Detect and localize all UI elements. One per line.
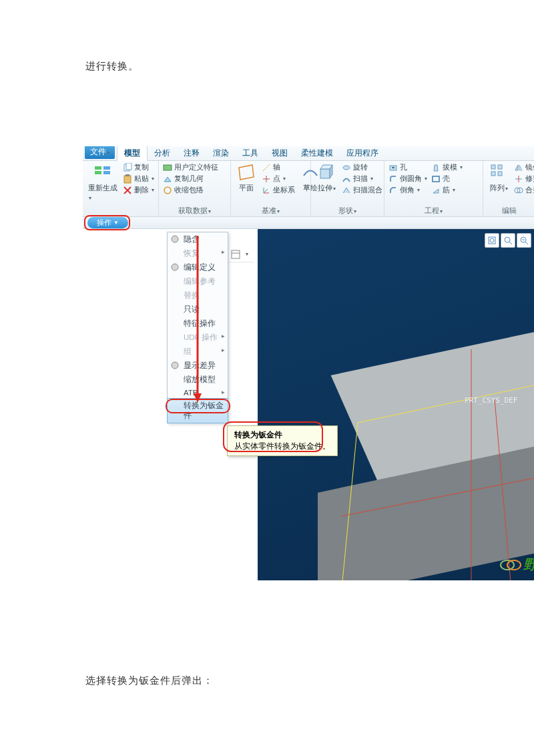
csys-icon: [262, 186, 271, 195]
csys-button[interactable]: 坐标系: [262, 185, 295, 195]
svg-point-25: [392, 166, 394, 168]
axis-button[interactable]: 轴: [262, 162, 295, 172]
paste-icon: [123, 174, 132, 184]
sweep-label: 扫描: [353, 174, 368, 184]
extrude-button[interactable]: 拉伸▾: [315, 162, 338, 205]
trim-button[interactable]: 修剪: [514, 174, 534, 184]
svg-marker-11: [164, 177, 171, 182]
zoomout-button[interactable]: [517, 233, 531, 248]
pattern-icon: [489, 162, 509, 182]
extrude-label: 拉伸: [318, 184, 332, 192]
copy-icon: [123, 163, 132, 172]
udf-button[interactable]: 用户定义特征: [163, 162, 218, 172]
viewport-toolbar: [485, 233, 531, 248]
ribbon: 重新生成▾ 复制 粘贴▾ 删除▾ 用户定义特征 复制几何 收缩包络: [83, 161, 534, 217]
op-label: 操作: [97, 218, 111, 228]
plane-button[interactable]: 平面: [235, 162, 258, 205]
point-button[interactable]: 点▾: [262, 174, 295, 184]
tree-show-icon[interactable]: [230, 249, 241, 260]
svg-rect-6: [124, 176, 131, 183]
getdata-title: 获取数据▾: [163, 205, 226, 216]
plane-label: 平面: [239, 183, 254, 193]
svg-marker-28: [433, 189, 439, 193]
regen-label: 重新生成: [88, 184, 117, 192]
delete-icon: [123, 186, 132, 195]
extrude-icon: [316, 162, 336, 182]
blend-icon: [342, 186, 351, 195]
shell-button[interactable]: 壳: [431, 174, 463, 184]
svg-rect-20: [320, 169, 330, 178]
round-button[interactable]: 倒圆角▾: [388, 174, 427, 184]
zoomin-icon: [503, 236, 513, 245]
svg-line-14: [263, 164, 270, 171]
refit-button[interactable]: [485, 233, 499, 248]
svg-marker-59: [194, 393, 202, 403]
mirror-label: 镜像: [525, 162, 534, 172]
sweep-button[interactable]: 扫描▾: [342, 174, 382, 184]
operation-button[interactable]: 操作 ▼: [87, 217, 128, 228]
hole-button[interactable]: 孔: [388, 162, 427, 172]
chamfer-icon: [388, 186, 398, 195]
merge-button[interactable]: 合并: [514, 185, 534, 195]
draft-button[interactable]: 拔模▾: [431, 162, 463, 172]
viewport-3d[interactable]: PRT_CSYS_DEF 野: [258, 229, 534, 580]
axis-icon: [262, 163, 271, 172]
shrink-button[interactable]: 收缩包络: [163, 185, 218, 195]
svg-rect-5: [126, 163, 131, 170]
svg-rect-7: [125, 174, 129, 176]
pattern-label: 阵列: [490, 184, 505, 192]
svg-point-55: [172, 236, 178, 242]
udf-icon: [163, 163, 172, 172]
mirror-icon: [514, 163, 523, 172]
delete-label: 删除: [134, 185, 149, 195]
copygeom-button[interactable]: 复制几何: [163, 174, 218, 184]
svg-line-19: [264, 189, 268, 193]
rib-label: 筋: [443, 185, 450, 195]
plane-icon: [236, 162, 256, 182]
copy-label: 复制: [134, 162, 149, 172]
hole-icon: [388, 163, 398, 172]
tab-model[interactable]: 模型: [117, 146, 148, 161]
tab-annotate[interactable]: 注释: [177, 146, 206, 160]
tab-tools[interactable]: 工具: [236, 146, 265, 160]
svg-marker-26: [434, 165, 438, 171]
regen-button[interactable]: 重新生成▾: [87, 162, 119, 215]
shape-title: 形状▾: [315, 205, 380, 216]
svg-rect-10: [164, 165, 172, 170]
hole-label: 孔: [400, 162, 407, 172]
svg-rect-0: [95, 166, 101, 170]
copy-button[interactable]: 复制: [123, 162, 154, 172]
chamfer-button[interactable]: 倒角▾: [388, 185, 427, 195]
revolve-icon: [342, 163, 351, 172]
paste-button[interactable]: 粘贴▾: [123, 174, 154, 184]
tab-apps[interactable]: 应用程序: [340, 146, 385, 160]
sweep-icon: [342, 174, 351, 184]
tab-view[interactable]: 视图: [265, 146, 294, 160]
tab-render[interactable]: 渲染: [206, 146, 236, 160]
blend-button[interactable]: 扫描混合: [342, 185, 382, 195]
tab-flex[interactable]: 柔性建模: [294, 146, 340, 160]
merge-label: 合并: [525, 185, 534, 195]
svg-line-46: [509, 242, 512, 244]
tab-file[interactable]: 文件▾: [85, 146, 115, 159]
svg-marker-13: [239, 165, 254, 180]
watermark: 野: [499, 556, 534, 574]
refit-icon: [487, 236, 497, 245]
mirror-button[interactable]: 镜像: [514, 162, 534, 172]
datum-lines: [258, 229, 534, 580]
svg-point-45: [505, 237, 510, 242]
tab-analysis[interactable]: 分析: [148, 146, 177, 160]
rib-button[interactable]: 筋▾: [431, 185, 463, 195]
delete-button[interactable]: 删除▾: [123, 185, 154, 195]
svg-marker-33: [515, 165, 518, 170]
zoomin-button[interactable]: [501, 233, 515, 248]
pattern-button[interactable]: 阵列▾: [487, 162, 510, 205]
eng-title: 工程▾: [388, 205, 479, 216]
svg-rect-32: [498, 172, 502, 176]
svg-rect-1: [95, 171, 101, 174]
edit-title: 编辑: [487, 205, 531, 216]
copygeom-icon: [163, 174, 172, 184]
svg-point-23: [343, 166, 350, 170]
svg-point-56: [172, 264, 178, 270]
revolve-button[interactable]: 旋转: [342, 162, 382, 172]
